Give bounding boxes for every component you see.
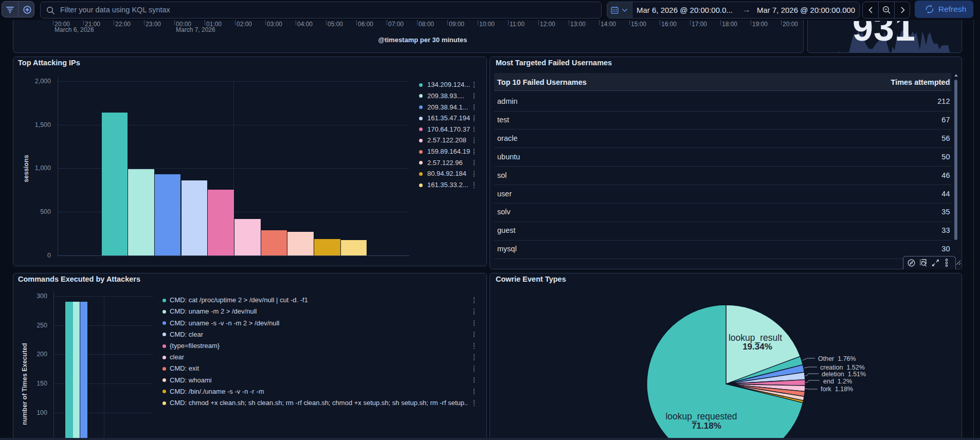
svg-text:deletion 1.51%: deletion 1.51%: [822, 371, 866, 378]
svg-text:Other 1.76%: Other 1.76%: [818, 355, 856, 362]
svg-text:fork 1.18%: fork 1.18%: [821, 386, 853, 393]
svg-text:end 1.2%: end 1.2%: [823, 378, 852, 385]
svg-text:creation 1.52%: creation 1.52%: [820, 364, 865, 371]
svg-text:71.18%: 71.18%: [692, 421, 721, 431]
svg-text:19.34%: 19.34%: [742, 342, 772, 352]
